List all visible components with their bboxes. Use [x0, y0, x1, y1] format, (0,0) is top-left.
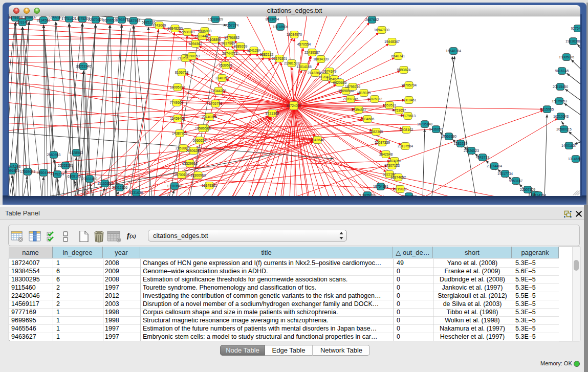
svg-text:1705792: 1705792: [209, 101, 223, 105]
svg-text:4753657: 4753657: [393, 108, 406, 112]
svg-text:1385239: 1385239: [454, 141, 468, 145]
svg-text:21012166: 21012166: [112, 185, 127, 189]
svg-text:19085076: 19085076: [559, 55, 574, 58]
svg-text:6306893: 6306893: [198, 29, 212, 32]
svg-text:20994697: 20994697: [401, 194, 417, 196]
svg-text:3382132: 3382132: [260, 52, 274, 56]
svg-text:4843718: 4843718: [476, 155, 490, 159]
svg-text:3148352: 3148352: [215, 76, 229, 79]
svg-text:22439587: 22439587: [304, 50, 320, 54]
svg-text:8539591: 8539591: [219, 63, 233, 67]
svg-text:8106768: 8106768: [175, 70, 189, 74]
svg-text:8215955: 8215955: [540, 107, 554, 111]
svg-text:13910648: 13910648: [167, 184, 182, 187]
svg-text:22570529: 22570529: [88, 17, 103, 21]
svg-text:23826523: 23826523: [464, 148, 479, 152]
svg-text:15375853: 15375853: [552, 99, 567, 102]
svg-text:20580115: 20580115: [556, 127, 572, 130]
svg-text:15588301: 15588301: [180, 30, 195, 33]
svg-text:9887903: 9887903: [127, 18, 141, 22]
svg-text:11459463: 11459463: [170, 116, 185, 120]
svg-text:19448347: 19448347: [384, 39, 400, 43]
svg-text:10848230: 10848230: [167, 26, 183, 30]
svg-text:7749509: 7749509: [170, 100, 184, 104]
svg-text:19095773: 19095773: [170, 85, 185, 89]
svg-text:15165337: 15165337: [97, 181, 113, 185]
svg-text:11558837: 11558837: [21, 16, 37, 19]
svg-text:16947830: 16947830: [374, 28, 389, 31]
svg-text:9953167: 9953167: [509, 179, 523, 182]
svg-text:22806289: 22806289: [186, 148, 201, 152]
svg-text:4679214: 4679214: [51, 172, 64, 176]
svg-text:17796882: 17796882: [224, 35, 239, 39]
svg-text:20744773: 20744773: [222, 51, 237, 55]
svg-text:13146585: 13146585: [568, 157, 580, 160]
svg-text:9436057: 9436057: [429, 127, 443, 130]
svg-text:14387959: 14387959: [172, 131, 187, 135]
svg-text:9275445: 9275445: [571, 26, 580, 30]
svg-text:8813054: 8813054: [266, 17, 279, 20]
svg-text:13179613: 13179613: [400, 114, 416, 117]
svg-text:20037339: 20037339: [375, 140, 390, 144]
svg-text:8721369: 8721369: [266, 111, 279, 115]
svg-text:19836388: 19836388: [565, 39, 580, 42]
svg-text:8389269: 8389269: [234, 44, 248, 48]
svg-text:20615450: 20615450: [553, 84, 568, 88]
svg-text:14401657: 14401657: [561, 143, 577, 147]
svg-text:1108894: 1108894: [208, 37, 221, 41]
svg-text:9893824: 9893824: [397, 68, 411, 71]
svg-text:2943646: 2943646: [311, 138, 324, 141]
svg-text:18874652: 18874652: [390, 175, 406, 179]
svg-text:18034339: 18034339: [313, 57, 329, 60]
svg-text:5308102: 5308102: [400, 127, 413, 131]
svg-text:18724007: 18724007: [286, 103, 301, 107]
svg-text:4050413: 4050413: [37, 170, 51, 174]
svg-text:1019189: 1019189: [357, 91, 371, 94]
svg-text:6368105: 6368105: [68, 174, 81, 178]
svg-text:15198153: 15198153: [184, 54, 200, 57]
svg-text:29053346: 29053346: [76, 64, 91, 68]
svg-text:20740364: 20740364: [202, 115, 217, 118]
svg-text:22053595: 22053595: [58, 163, 73, 167]
svg-text:11876872: 11876872: [367, 97, 382, 100]
svg-text:23874404: 23874404: [487, 164, 502, 167]
svg-text:16149361: 16149361: [202, 183, 217, 187]
svg-text:16705148: 16705148: [417, 122, 432, 125]
svg-text:7674349: 7674349: [323, 69, 337, 73]
svg-text:23137564: 23137564: [398, 144, 413, 147]
svg-text:16210643: 16210643: [553, 114, 569, 118]
svg-text:12414394: 12414394: [531, 193, 546, 196]
svg-text:2580963: 2580963: [47, 152, 61, 156]
svg-text:11014145: 11014145: [296, 64, 312, 68]
svg-text:5219822: 5219822: [394, 187, 407, 190]
svg-text:9082309: 9082309: [369, 129, 383, 133]
svg-text:1653531: 1653531: [383, 103, 397, 106]
svg-text:1241284: 1241284: [247, 48, 261, 52]
svg-text:16648784: 16648784: [446, 49, 461, 52]
svg-text:2687682: 2687682: [365, 17, 379, 21]
svg-text:7357274: 7357274: [225, 23, 239, 27]
svg-text:18705794: 18705794: [401, 83, 417, 86]
svg-text:9837869: 9837869: [222, 41, 235, 45]
svg-text:4570554: 4570554: [297, 42, 311, 46]
svg-text:6128503: 6128503: [70, 150, 83, 154]
svg-text:16224441: 16224441: [194, 34, 210, 37]
svg-text:21433649: 21433649: [308, 71, 323, 74]
svg-text:9816145: 9816145: [555, 69, 569, 72]
svg-text:3131636: 3131636: [129, 190, 143, 194]
svg-text:16033809: 16033809: [208, 17, 223, 20]
svg-text:5060227: 5060227: [193, 138, 207, 142]
svg-text:17559643: 17559643: [20, 169, 35, 173]
svg-text:22507109: 22507109: [520, 187, 535, 191]
svg-text:19017734: 19017734: [497, 171, 513, 175]
svg-text:18034970: 18034970: [287, 32, 302, 36]
svg-text:13529912: 13529912: [182, 161, 198, 165]
svg-text:19218506: 19218506: [273, 25, 288, 28]
svg-text:19563180: 19563180: [441, 134, 456, 138]
svg-text:18754131: 18754131: [373, 184, 388, 188]
svg-text:13805018: 13805018: [360, 193, 375, 196]
svg-text:6540741: 6540741: [391, 54, 405, 57]
svg-text:22176301: 22176301: [272, 56, 287, 60]
svg-text:11318461: 11318461: [401, 98, 417, 101]
svg-text:8134562: 8134562: [37, 18, 51, 21]
